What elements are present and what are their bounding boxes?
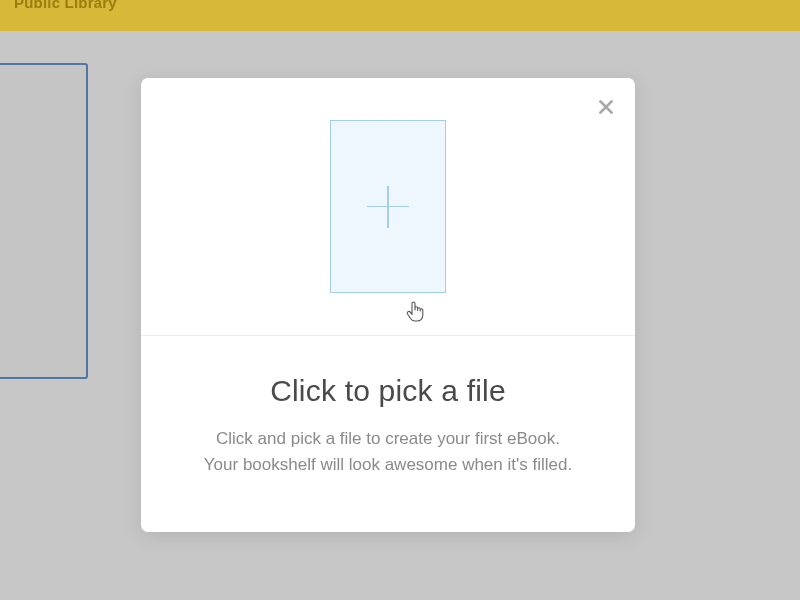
page-title: Public Library xyxy=(14,0,117,10)
pick-file-illustration[interactable] xyxy=(330,120,446,293)
modal-body: Click to pick a file Click and pick a fi… xyxy=(141,336,635,479)
modal-desc-line1: Click and pick a file to create your fir… xyxy=(216,429,560,448)
top-bar: Public Library xyxy=(0,0,800,31)
modal-desc-line2: Your bookshelf will look awesome when it… xyxy=(204,455,572,474)
pointer-cursor-icon xyxy=(403,300,427,324)
onboarding-modal: Click to pick a file Click and pick a fi… xyxy=(141,78,635,532)
plus-icon xyxy=(387,186,389,228)
modal-title: Click to pick a file xyxy=(165,374,611,408)
modal-description: Click and pick a file to create your fir… xyxy=(165,426,611,479)
modal-preview-section xyxy=(141,78,635,336)
